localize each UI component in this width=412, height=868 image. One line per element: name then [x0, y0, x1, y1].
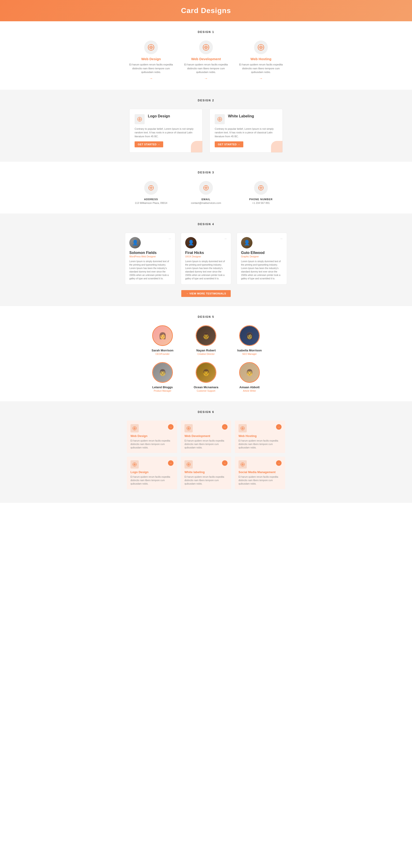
- design5-card-isabella: 👩 Isabella Morrison SEO Manager: [232, 325, 267, 355]
- design5-section: DESIGN 5 👩 Sarah Morrison CEO/Founder 👨 …: [0, 306, 412, 401]
- design1-card1-desc: Et harum quidem rerum facilis expedita d…: [128, 63, 174, 74]
- design4-section: DESIGN 4 👤 " Solomon Fields WordPress-We…: [0, 213, 412, 306]
- design6-card5-top: →: [184, 460, 228, 469]
- design6-card-2: → Web Development Et harum quidem rerum …: [181, 421, 231, 453]
- design5-card-ocean-role: Customer Support: [189, 390, 223, 392]
- design2-card2-text: White Labeling: [228, 114, 254, 119]
- design2-card-1: Logo Design Contrary to popular belief, …: [129, 109, 203, 153]
- design4-card2-desc: Lorem Ipsum is simply dummied text of th…: [185, 260, 227, 280]
- design4-card1-desc: Lorem Ipsum is simply dummied text of th…: [129, 260, 171, 280]
- design4-view-more-wrapper: → VIEW MORE TESTIMONIALS: [5, 290, 407, 297]
- design4-card-3: 👤 " Guto Ellwood Graphic Designer Lorem …: [237, 233, 287, 285]
- design2-card2-title: White Labeling: [228, 114, 254, 118]
- design3-grid: ADDRESS 113 Williamson Plaza, 09014 EMAI…: [5, 181, 407, 204]
- design4-card1-top: 👤 ": [129, 237, 171, 248]
- design1-section: DESIGN 1 Web Design Et harum quidem reru…: [0, 21, 412, 90]
- design1-card1-title: Web Design: [128, 57, 174, 61]
- design6-card4-title: Logo Design: [130, 470, 174, 474]
- design5-card-leland-role: Product Manager: [145, 390, 180, 392]
- design3-card-phone: PHONE NUMBER +1 234 567 891: [243, 181, 279, 204]
- design4-card2-role: UI/UX Designer: [185, 255, 227, 258]
- design2-card1-btn[interactable]: GET STARTED →: [135, 142, 163, 147]
- design6-icon-3: [238, 424, 247, 432]
- design6-card1-desc: Et harum quidem rerum facilis expedita d…: [130, 439, 174, 449]
- design6-arrow-6[interactable]: →: [276, 460, 282, 466]
- design5-card-leland: 👨 Leland Bloggs Product Manager: [145, 362, 180, 392]
- design5-avatar-ocean: 👨: [196, 362, 216, 383]
- design1-card2-arrow[interactable]: →: [183, 76, 229, 81]
- design4-label: DESIGN 4: [5, 223, 407, 226]
- design3-card1-title: ADDRESS: [133, 198, 169, 200]
- design4-card3-desc: Lorem Ipsum is simply dummied text of th…: [241, 260, 283, 280]
- address-icon: [144, 181, 158, 195]
- design6-card3-top: →: [238, 424, 282, 432]
- design5-card-sarah-name: Sarah Morrison: [145, 349, 180, 352]
- design1-card3-title: Web Hosting: [238, 57, 284, 61]
- design5-avatar-ocean-img: 👨: [196, 363, 216, 382]
- design3-card2-value: contact@maitservices.com: [188, 202, 224, 204]
- design1-card2-title: Web Development: [183, 57, 229, 61]
- design5-card-nayan-role: Creative Director: [189, 353, 223, 355]
- design5-avatar-amaan: 👨: [239, 362, 260, 383]
- design2-card1-title: Logo Design: [148, 114, 170, 118]
- design5-grid-row1: 👩 Sarah Morrison CEO/Founder 👨 Nayan Rob…: [5, 325, 407, 355]
- design6-arrow-2[interactable]: →: [222, 424, 228, 430]
- design2-label: DESIGN 2: [5, 99, 407, 102]
- design6-card1-top: →: [130, 424, 174, 432]
- design1-grid: Web Design Et harum quidem rerum facilis…: [5, 40, 407, 81]
- design1-card-3: Web Hosting Et harum quidem rerum facili…: [238, 40, 284, 81]
- design6-arrow-1[interactable]: →: [168, 424, 174, 430]
- design3-section: DESIGN 3 ADDRESS 113 Williamson Plaza, 0…: [0, 162, 412, 213]
- design2-card1-desc: Contrary to popular belief, Lorem Ipsum …: [135, 127, 197, 138]
- design3-card-address: ADDRESS 113 Williamson Plaza, 09014: [133, 181, 169, 204]
- design6-card2-top: →: [184, 424, 228, 432]
- design3-card3-value: +1 234 567 891: [243, 202, 279, 204]
- design6-card4-top: →: [130, 460, 174, 469]
- design6-card6-title: Social Media Management: [238, 470, 282, 474]
- design1-card3-arrow[interactable]: →: [238, 76, 284, 81]
- design3-card3-title: PHONE NUMBER: [243, 198, 279, 200]
- design2-card2-corner: [271, 141, 283, 152]
- design6-card4-desc: Et harum quidem rerum facilis expedita d…: [130, 475, 174, 486]
- design4-quote-3: ": [281, 237, 283, 243]
- design4-card-2: 👤 " Firat Hicks UI/UX Designer Lorem Ips…: [181, 233, 231, 285]
- design2-card1-text: Logo Design: [148, 114, 170, 119]
- design6-arrow-4[interactable]: →: [168, 460, 174, 466]
- design3-card1-value: 113 Williamson Plaza, 09014: [133, 202, 169, 204]
- design6-arrow-5[interactable]: →: [222, 460, 228, 466]
- design6-card-5: → White labeling Et harum quidem rerum f…: [181, 457, 231, 489]
- design1-label: DESIGN 1: [5, 30, 407, 34]
- design2-card1-header: Logo Design: [135, 114, 197, 124]
- design4-card2-top: 👤 ": [185, 237, 227, 248]
- design2-card2-btn[interactable]: GET STARTED →: [215, 142, 243, 147]
- design1-card3-desc: Et harum quidem rerum facilis expedita d…: [238, 63, 284, 74]
- design4-card1-name: Solomon Fields: [129, 251, 171, 255]
- design6-icon-2: [184, 424, 193, 432]
- design6-icon-4: [130, 460, 139, 469]
- design5-avatar-isabella-img: 👩: [240, 326, 259, 345]
- design2-card-2: White Labeling Contrary to popular belie…: [209, 109, 283, 153]
- design5-avatar-amaan-img: 👨: [240, 363, 259, 382]
- design1-card-1: Web Design Et harum quidem rerum facilis…: [128, 40, 174, 81]
- design1-card2-desc: Et harum quidem rerum facilis expedita d…: [183, 63, 229, 74]
- design4-avatar-2: 👤: [185, 237, 197, 248]
- design3-label: DESIGN 3: [5, 171, 407, 174]
- design5-card-isabella-role: SEO Manager: [232, 353, 267, 355]
- design5-avatar-nayan-img: 👨: [196, 326, 216, 345]
- view-more-testimonials-button[interactable]: → VIEW MORE TESTIMONIALS: [181, 290, 231, 297]
- design1-card1-arrow[interactable]: →: [128, 76, 174, 81]
- phone-icon: [254, 181, 268, 195]
- design5-avatar-nayan: 👨: [196, 325, 216, 346]
- design4-card2-name: Firat Hicks: [185, 251, 227, 255]
- design2-grid: Logo Design Contrary to popular belief, …: [5, 109, 407, 153]
- design6-card-6: → Social Media Management Et harum quide…: [235, 457, 285, 489]
- design5-card-leland-name: Leland Bloggs: [145, 385, 180, 389]
- design4-card-1: 👤 " Solomon Fields WordPress-Web Designe…: [125, 233, 175, 285]
- design6-card2-title: Web Development: [184, 434, 228, 438]
- design6-arrow-3[interactable]: →: [276, 424, 282, 430]
- design6-card6-desc: Et harum quidem rerum facilis expedita d…: [238, 475, 282, 486]
- design6-icon-5: [184, 460, 193, 469]
- design5-card-amaan: 👨 Amaan Abbott Article Writer: [232, 362, 267, 392]
- design5-avatar-isabella: 👩: [239, 325, 260, 346]
- design5-card-amaan-name: Amaan Abbott: [232, 385, 267, 389]
